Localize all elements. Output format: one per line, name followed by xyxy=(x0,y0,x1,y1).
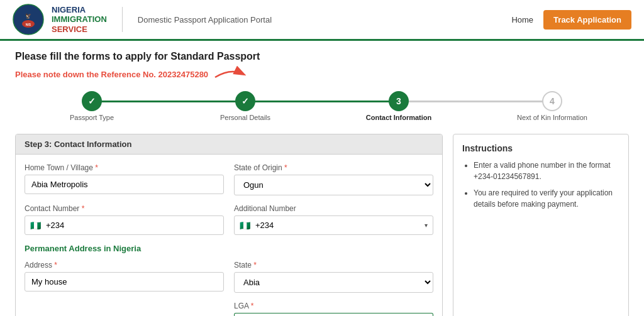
row-address-state: Address * State * Abia Lagos Ogun xyxy=(25,261,433,293)
header-left: 🦅 NIS NIGERIA IMMIGRATION SERVICE Domest… xyxy=(13,4,272,35)
address-input[interactable] xyxy=(25,272,224,291)
lga-select-wrap: Aba North Aba South Arochukwu xyxy=(234,313,433,316)
phone-dropdown-arrow[interactable]: ▾ xyxy=(425,222,428,229)
instructions-list: Enter a valid phone number in the format… xyxy=(462,160,619,210)
col-state-origin: State of Origin * Ogun Abia Lagos xyxy=(234,163,433,195)
logo-text-block: NIGERIA IMMIGRATION SERVICE xyxy=(52,5,107,35)
additional-number-input[interactable] xyxy=(253,216,425,234)
form-body: Home Town / Village * State of Origin * … xyxy=(16,155,442,316)
step-1-circle: ✓ xyxy=(82,91,102,111)
state-of-origin-label: State of Origin * xyxy=(234,163,433,172)
step-2-circle: ✓ xyxy=(235,91,255,111)
section-header: Step 3: Contact Information xyxy=(16,134,442,155)
home-town-label: Home Town / Village * xyxy=(25,163,224,172)
additional-phone-wrap: 🇳🇬 ▾ xyxy=(234,215,433,235)
permanent-address-subtitle: Permanent Address in Nigeria xyxy=(25,244,433,253)
form-section: Step 3: Contact Information Home Town / … xyxy=(15,134,443,316)
svg-text:🦅: 🦅 xyxy=(25,13,31,19)
lga-label: LGA * xyxy=(234,302,433,310)
logo-line-nigeria: NIGERIA xyxy=(52,5,107,15)
contact-number-label: Contact Number * xyxy=(25,204,224,213)
step-4: 4 Next of Kin Information xyxy=(475,91,629,121)
step-1-connector xyxy=(92,101,245,102)
step-4-label: Next of Kin Information xyxy=(517,114,587,121)
header-right: Home Track Application xyxy=(511,10,631,30)
nigeria-immigration-logo: 🦅 NIS xyxy=(13,4,44,35)
instructions-panel: Instructions Enter a valid phone number … xyxy=(453,134,629,316)
page-title: Please fill the forms to apply for Stand… xyxy=(15,51,629,62)
track-application-button[interactable]: Track Application xyxy=(543,10,631,30)
contact-info-section: Step 3: Contact Information Home Town / … xyxy=(15,134,443,316)
step-2: ✓ Personal Details xyxy=(169,91,322,121)
svg-text:NIS: NIS xyxy=(26,23,31,26)
step-3-connector xyxy=(399,101,552,102)
contact-number-input[interactable] xyxy=(43,216,218,234)
step-1: ✓ Passport Type xyxy=(15,91,169,121)
step-1-label: Passport Type xyxy=(70,114,114,121)
progress-steps: ✓ Passport Type ✓ Personal Details 3 Con… xyxy=(15,91,629,121)
state-select[interactable]: Abia Lagos Ogun xyxy=(234,272,433,293)
instruction-item-2: You are required to verify your applicat… xyxy=(474,187,619,210)
col-address: Address * xyxy=(25,261,224,293)
col-state: State * Abia Lagos Ogun xyxy=(234,261,433,293)
content-grid: Step 3: Contact Information Home Town / … xyxy=(15,134,629,316)
step-2-connector xyxy=(245,101,399,102)
logo-line-service: SERVICE xyxy=(52,25,107,35)
col-lga: LGA * Aba North Aba South Arochukwu xyxy=(234,302,433,316)
step-3-label: Contact Information xyxy=(366,114,432,121)
lga-select[interactable]: Aba North Aba South Arochukwu xyxy=(234,313,433,316)
row-addr-lga: ↻ LGA * Aba North Aba South Arochukwu xyxy=(25,302,433,316)
ref-notice-text: Please note down the Reference No. 20232… xyxy=(15,70,208,79)
step-3: 3 Contact Information xyxy=(322,91,475,121)
reference-notice: Please note down the Reference No. 20232… xyxy=(15,65,629,84)
home-link[interactable]: Home xyxy=(511,15,533,25)
home-town-input[interactable] xyxy=(25,175,224,194)
additional-number-label: Additional Number xyxy=(234,204,433,213)
step-2-label: Personal Details xyxy=(220,114,270,121)
col-contact-number: Contact Number * 🇳🇬 xyxy=(25,204,224,235)
state-of-origin-select[interactable]: Ogun Abia Lagos xyxy=(234,175,433,195)
red-arrow-icon xyxy=(212,65,250,84)
row-hometownstate: Home Town / Village * State of Origin * … xyxy=(25,163,433,195)
col-additional-number: Additional Number 🇳🇬 ▾ xyxy=(234,204,433,235)
additional-flag-icon: 🇳🇬 xyxy=(240,221,250,231)
logo-line-immigration: IMMIGRATION xyxy=(52,14,107,25)
step-3-circle: 3 xyxy=(389,91,409,111)
step-4-circle: 4 xyxy=(542,91,562,111)
portal-title: Domestic Passport Application Portal xyxy=(138,15,272,25)
instruction-item-1: Enter a valid phone number in the format… xyxy=(474,160,619,182)
contact-flag-icon: 🇳🇬 xyxy=(30,221,41,231)
svg-point-0 xyxy=(13,4,43,35)
header-divider xyxy=(122,7,123,32)
site-header: 🦅 NIS NIGERIA IMMIGRATION SERVICE Domest… xyxy=(0,0,644,41)
row-contacts: Contact Number * 🇳🇬 Additional Number 🇳🇬 xyxy=(25,204,433,235)
instructions-title: Instructions xyxy=(462,143,619,153)
main-content: Please fill the forms to apply for Stand… xyxy=(0,41,644,316)
state-label: State * xyxy=(234,261,433,270)
col-hometown: Home Town / Village * xyxy=(25,163,224,195)
address-label: Address * xyxy=(25,261,224,270)
contact-phone-wrap: 🇳🇬 xyxy=(25,215,224,235)
